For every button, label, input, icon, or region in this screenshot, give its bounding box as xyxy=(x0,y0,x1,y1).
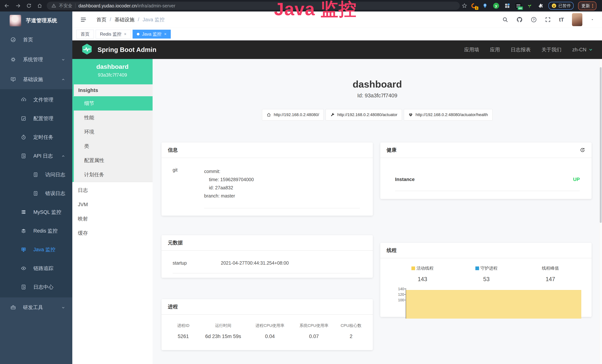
menu-item-mappings[interactable]: 映射 xyxy=(72,212,153,226)
scrollbar[interactable] xyxy=(599,59,602,364)
gear-icon xyxy=(10,57,16,62)
legend-swatch-blue xyxy=(475,267,479,270)
chevron-down-icon xyxy=(61,304,65,310)
sidebar-item-java-monitor[interactable]: Java 监控 xyxy=(0,240,72,259)
eye-icon xyxy=(21,266,26,271)
sidebar-item-mysql-monitor[interactable]: MySQL 监控 xyxy=(0,203,72,221)
search-icon[interactable] xyxy=(502,17,508,23)
help-icon[interactable]: ? xyxy=(531,17,537,23)
tab-redis-monitor[interactable]: Redis 监控× xyxy=(96,30,131,39)
bookmark-star-icon[interactable] xyxy=(462,3,467,9)
system-cpu: 0.07 xyxy=(292,334,336,339)
extension-grid-icon[interactable] xyxy=(504,2,511,9)
fullscreen-icon[interactable] xyxy=(545,17,551,23)
extensions-area: 1 y on 已暂停 更新 xyxy=(469,1,598,10)
hamburger-icon[interactable] xyxy=(80,16,87,23)
sba-nav-about[interactable]: 关于我们 xyxy=(541,46,561,53)
sidebar-item-api-logs[interactable]: API 日志 xyxy=(0,147,72,165)
sidebar-item-error-logs[interactable]: 错误日志 xyxy=(0,184,72,203)
chevron-down-icon xyxy=(588,47,593,52)
menu-item-logs[interactable]: 日志 xyxy=(72,183,153,197)
tab-bar: 首页 Redis 监控× Java 监控× xyxy=(72,28,602,40)
extension-colorzilla-icon[interactable]: 1 xyxy=(471,2,477,9)
extension-paused-pill[interactable]: 已暂停 xyxy=(548,2,574,10)
locale-selector[interactable]: zh-CN xyxy=(572,47,593,53)
app-title: 芋道管理系统 xyxy=(26,17,57,24)
timer-icon xyxy=(21,134,26,140)
font-size-icon[interactable]: tT xyxy=(559,17,564,23)
extension-y-icon[interactable]: y xyxy=(493,2,499,9)
insights-item-environment[interactable]: 环境 xyxy=(74,125,153,139)
sidebar-item-redis-monitor[interactable]: Redis 监控 xyxy=(0,221,72,240)
actuator-url-button[interactable]: http://192.168.0.2:48080/actuator xyxy=(326,109,402,120)
legend-swatch-yellow xyxy=(411,267,415,270)
history-icon[interactable] xyxy=(580,147,585,153)
divider xyxy=(75,3,75,8)
sidebar-item-system[interactable]: 系统管理 xyxy=(0,50,72,69)
instance-name: dashboard xyxy=(72,63,153,70)
health-card-title: 健康 xyxy=(387,147,397,153)
insights-item-configprops[interactable]: 配置属性 xyxy=(74,153,153,168)
app-logo-row[interactable]: 芋道管理系统 xyxy=(0,11,72,30)
update-button[interactable]: 更新 xyxy=(578,1,596,10)
sba-brand[interactable]: Spring Boot Admin xyxy=(81,43,156,56)
extension-sprout-icon[interactable] xyxy=(526,2,533,9)
scrollbar-thumb[interactable] xyxy=(600,67,602,223)
sba-navbar: Spring Boot Admin 应用墙 应用 日志报表 关于我们 zh-CN xyxy=(72,40,602,59)
sba-nav-wallboard[interactable]: 应用墙 xyxy=(464,46,479,53)
health-url-button[interactable]: http://192.168.0.2:48080/actuator/health xyxy=(404,109,493,120)
log-edit-icon xyxy=(21,284,26,290)
tab-home[interactable]: 首页 xyxy=(76,30,94,39)
address-bar[interactable]: 不安全 dashboard.yudao.iocoder.cn/infra/adm… xyxy=(47,2,460,10)
insights-item-scheduled-tasks[interactable]: 计划任务 xyxy=(74,168,153,182)
extension-on-icon[interactable]: on xyxy=(515,2,522,9)
legend-daemon-threads: 守护进程 xyxy=(454,265,518,271)
breadcrumb-infra[interactable]: 基础设施 xyxy=(115,16,135,23)
sidebar-item-access-logs[interactable]: 访问日志 xyxy=(0,165,72,184)
breadcrumb-home[interactable]: 首页 xyxy=(97,16,107,23)
sba-nav-journal[interactable]: 日志报表 xyxy=(511,46,531,53)
browser-menu-icon[interactable] xyxy=(592,3,593,8)
instance-sidebar: dashboard 93a3fc7f7409 Insights 细节 性能 环境… xyxy=(72,59,153,364)
extension-on-badge: on xyxy=(518,7,523,10)
sidebar-item-log-center[interactable]: 日志中心 xyxy=(0,278,72,296)
instance-header[interactable]: dashboard 93a3fc7f7409 xyxy=(72,59,153,84)
extension-pin-icon[interactable] xyxy=(482,2,488,9)
insights-item-details[interactable]: 细节 xyxy=(72,96,153,110)
sidebar-item-scheduled-jobs[interactable]: 定时任务 xyxy=(0,128,72,147)
security-label: 不安全 xyxy=(59,3,72,9)
tab-java-monitor[interactable]: Java 监控× xyxy=(133,30,171,39)
paused-label: 已暂停 xyxy=(559,3,571,9)
refresh-icon[interactable] xyxy=(26,3,32,8)
forward-icon[interactable] xyxy=(15,3,21,9)
peak-threads-value: 147 xyxy=(518,276,582,283)
process-card: 进程 进程ID 运行时间 进程CPU使用率 系统CPU使用率 CPU核心数 52… xyxy=(161,299,373,350)
home-icon[interactable] xyxy=(37,3,42,8)
metadata-card: 元数据 startup 2021-04-27T00:44:31.254+08:0… xyxy=(161,235,373,278)
sba-nav-applications[interactable]: 应用 xyxy=(490,46,500,53)
sidebar-item-file-management[interactable]: 文件管理 xyxy=(0,90,72,109)
menu-item-jvm[interactable]: JVM xyxy=(72,197,153,212)
sidebar-item-config-management[interactable]: 配置管理 xyxy=(0,109,72,128)
insights-item-classes[interactable]: 类 xyxy=(74,139,153,153)
avatar[interactable] xyxy=(572,13,582,26)
health-card: 健康 Instance UP xyxy=(380,142,592,199)
sidebar-item-home[interactable]: 首页 xyxy=(0,30,72,50)
insights-item-metrics[interactable]: 性能 xyxy=(74,110,153,125)
edit-square-icon xyxy=(21,116,26,121)
close-icon[interactable]: × xyxy=(124,32,127,37)
process-card-title: 进程 xyxy=(168,303,178,310)
close-icon[interactable]: × xyxy=(164,32,166,37)
live-threads-value: 143 xyxy=(390,276,454,283)
app-sidebar: 芋道管理系统 首页 系统管理 基础设施 文件管理 xyxy=(0,11,72,364)
extension-puzzle-icon[interactable] xyxy=(537,2,544,9)
sidebar-item-tracing[interactable]: 链路追踪 xyxy=(0,259,72,278)
github-icon[interactable] xyxy=(516,17,523,23)
service-url-button[interactable]: http://192.168.0.2:48080/ xyxy=(262,109,324,120)
back-icon[interactable] xyxy=(4,3,10,9)
sidebar-item-dev-tools[interactable]: 研发工具 xyxy=(0,298,72,317)
menu-item-caches[interactable]: 缓存 xyxy=(72,226,153,240)
sidebar-item-infrastructure[interactable]: 基础设施 xyxy=(0,69,72,89)
caret-down-icon[interactable] xyxy=(591,18,594,21)
legend-peak-threads: 线程峰值 xyxy=(518,265,582,271)
